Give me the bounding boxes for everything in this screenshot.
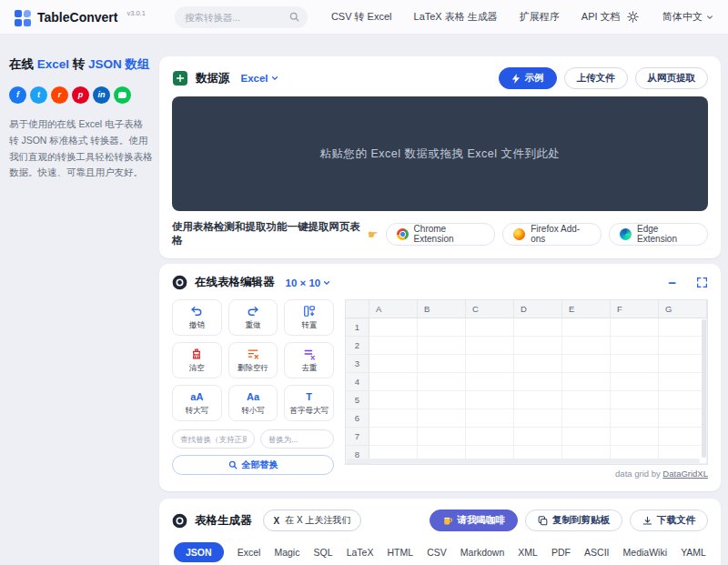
- grid-column-header-f[interactable]: F: [611, 300, 659, 318]
- tool-delete-empty-rows-button[interactable]: 删除空行: [228, 342, 278, 378]
- grid-cell[interactable]: [659, 355, 707, 373]
- tool-uppercase-button[interactable]: aA转大写: [172, 385, 222, 421]
- grid-cell[interactable]: [466, 391, 514, 409]
- grid-row-header-3[interactable]: 3: [346, 355, 369, 373]
- social-twitter-icon[interactable]: t: [30, 86, 47, 104]
- grid-cell[interactable]: [659, 391, 707, 409]
- copy-to-clipboard-button[interactable]: 复制到剪贴板: [525, 510, 622, 531]
- grid-row-header-2[interactable]: 2: [346, 337, 369, 355]
- grid-cell[interactable]: [611, 355, 659, 373]
- tab-ascii[interactable]: ASCII: [584, 547, 609, 558]
- grid-cell[interactable]: [562, 409, 611, 428]
- grid-cell[interactable]: [418, 337, 466, 355]
- logo[interactable]: TableConvert v3.0.1: [15, 8, 146, 26]
- grid-cell[interactable]: [514, 409, 562, 428]
- grid-cell[interactable]: [418, 355, 466, 373]
- grid-cell[interactable]: [659, 373, 707, 391]
- grid-cell[interactable]: [659, 409, 707, 428]
- grid-row-header-4[interactable]: 4: [346, 373, 369, 391]
- grid-row-header-7[interactable]: 7: [346, 428, 369, 446]
- format-selector[interactable]: Excel: [241, 73, 278, 84]
- nav-item-2[interactable]: 扩展程序: [520, 10, 560, 24]
- grid-cell[interactable]: [611, 318, 659, 337]
- extension-edge-button[interactable]: Edge Extension: [609, 223, 708, 246]
- tab-sql[interactable]: SQL: [314, 547, 333, 558]
- grid-cell[interactable]: [659, 428, 707, 446]
- grid-cell[interactable]: [562, 355, 611, 373]
- tab-html[interactable]: HTML: [387, 547, 413, 558]
- grid-cell[interactable]: [562, 318, 611, 337]
- grid-cell[interactable]: [562, 428, 611, 446]
- grid-column-header-d[interactable]: D: [514, 300, 562, 318]
- tab-magic[interactable]: Magic: [274, 547, 299, 558]
- social-pinterest-icon[interactable]: p: [72, 86, 89, 104]
- extract-from-web-button[interactable]: 从网页提取: [635, 67, 709, 89]
- tool-deduplicate-button[interactable]: 去重: [284, 342, 334, 378]
- extension-chrome-button[interactable]: Chrome Extension: [386, 223, 496, 246]
- grid-cell[interactable]: [562, 373, 611, 391]
- grid-row-header-5[interactable]: 5: [346, 391, 369, 409]
- grid-cell[interactable]: [514, 318, 562, 337]
- tool-redo-button[interactable]: 重做: [228, 299, 278, 336]
- tool-undo-button[interactable]: 撤销: [172, 299, 222, 336]
- nav-item-0[interactable]: CSV 转 Excel: [331, 10, 392, 24]
- grid-cell[interactable]: [466, 373, 514, 391]
- grid-cell[interactable]: [369, 409, 418, 428]
- grid-cell[interactable]: [418, 391, 466, 409]
- grid-cell[interactable]: [369, 318, 418, 337]
- grid-cell[interactable]: [562, 391, 611, 409]
- grid-cell[interactable]: [418, 373, 466, 391]
- nav-item-3[interactable]: API 文档: [581, 10, 621, 24]
- grid-row-header-6[interactable]: 6: [346, 409, 369, 428]
- collapse-minus-icon[interactable]: −: [668, 276, 676, 289]
- tab-yaml[interactable]: YAML: [681, 547, 706, 558]
- tab-json[interactable]: JSON: [174, 542, 224, 562]
- grid-cell[interactable]: [514, 337, 562, 355]
- grid-cell[interactable]: [562, 337, 611, 355]
- fullscreen-expand-icon[interactable]: [696, 277, 708, 288]
- grid-cell[interactable]: [466, 409, 514, 428]
- grid-cell[interactable]: [466, 428, 514, 446]
- grid-column-header-g[interactable]: G: [659, 300, 707, 318]
- tab-mediawiki[interactable]: MediaWiki: [623, 547, 667, 558]
- tab-pdf[interactable]: PDF: [551, 547, 571, 558]
- language-selector[interactable]: 简体中文: [662, 10, 713, 24]
- grid-cell[interactable]: [369, 428, 418, 446]
- upload-file-button[interactable]: 上传文件: [564, 67, 628, 89]
- grid-cell[interactable]: [369, 373, 418, 391]
- grid-cell[interactable]: [611, 428, 659, 446]
- grid-cell[interactable]: [611, 337, 659, 355]
- grid-cell[interactable]: [466, 337, 514, 355]
- tool-lowercase-button[interactable]: Aa转小写: [228, 385, 278, 421]
- paste-dropzone[interactable]: 粘贴您的 Excel 数据或拖拽 Excel 文件到此处: [172, 96, 708, 211]
- follow-x-button[interactable]: X 在 X 上关注我们: [263, 510, 362, 531]
- grid-cell[interactable]: [514, 373, 562, 391]
- tab-xml[interactable]: XML: [518, 547, 538, 558]
- grid-cell[interactable]: [659, 318, 707, 337]
- find-input[interactable]: [172, 429, 255, 449]
- tab-latex[interactable]: LaTeX: [347, 547, 374, 558]
- social-linkedin-icon[interactable]: in: [93, 86, 110, 104]
- grid-horizontal-scrollbar[interactable]: [347, 459, 700, 463]
- grid-column-header-c[interactable]: C: [466, 300, 514, 318]
- grid-row-header-1[interactable]: 1: [346, 318, 369, 337]
- tool-transpose-button[interactable]: 转置: [284, 299, 334, 336]
- extension-firefox-button[interactable]: Firefox Add-ons: [502, 223, 602, 246]
- tab-markdown[interactable]: Markdown: [460, 547, 504, 558]
- grid-cell[interactable]: [514, 391, 562, 409]
- tool-clear-button[interactable]: 清空: [172, 342, 222, 378]
- grid-cell[interactable]: [418, 409, 466, 428]
- datagridxl-link[interactable]: DataGridXL: [662, 469, 708, 479]
- grid-cell[interactable]: [369, 337, 418, 355]
- tool-capitalize-button[interactable]: T首字母大写: [284, 385, 334, 421]
- grid-cell[interactable]: [659, 337, 707, 355]
- grid-cell[interactable]: [514, 355, 562, 373]
- tab-excel[interactable]: Excel: [238, 547, 261, 558]
- grid-column-header-a[interactable]: A: [369, 300, 418, 318]
- grid-vertical-scrollbar[interactable]: [702, 319, 706, 458]
- download-file-button[interactable]: 下载文件: [630, 510, 708, 531]
- grid-size-selector[interactable]: 10 × 10: [286, 277, 331, 288]
- grid-cell[interactable]: [466, 355, 514, 373]
- grid-cell[interactable]: [418, 428, 466, 446]
- social-line-icon[interactable]: [114, 86, 131, 104]
